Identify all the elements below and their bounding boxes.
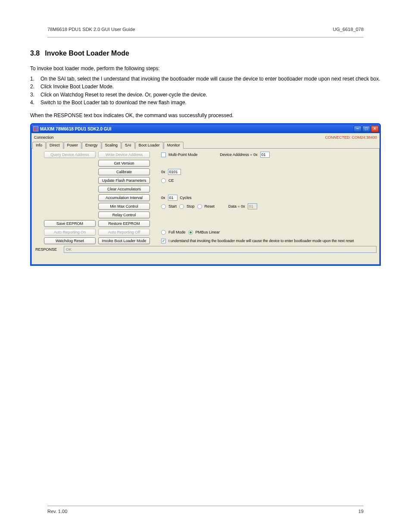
footer-right: 19 xyxy=(358,509,364,514)
pmbus-label: PMBus Linear xyxy=(196,230,220,234)
tab-content: Query Device Address Write Device Addres… xyxy=(31,148,380,264)
ce-label: CE xyxy=(168,178,174,183)
clear-accumulators-button[interactable]: Clear Accumulators xyxy=(98,186,150,193)
close-icon[interactable]: × xyxy=(371,126,379,132)
get-version-button[interactable]: Get Version xyxy=(98,160,150,167)
restore-eeprom-button[interactable]: Restore EEPROM xyxy=(98,220,150,227)
invoke-bootloader-button[interactable]: Invoke Boot Loader Mode xyxy=(98,237,150,244)
app-window: MAXIM 78M6618 PDU1 SDK2.0 GUI – □ × Conn… xyxy=(30,123,381,266)
multipoint-checkbox[interactable] xyxy=(161,152,166,157)
reset-radio[interactable] xyxy=(197,204,202,209)
multipoint-label: Multi-Point Mode xyxy=(168,152,198,157)
reset-label: Reset xyxy=(205,204,215,208)
app-icon xyxy=(33,126,38,131)
connection-status: CONNECTED: COM24:38400 xyxy=(325,135,377,140)
device-address-input[interactable]: 01 xyxy=(260,152,270,158)
section-number: 3.8 xyxy=(30,50,40,57)
tab-scaling[interactable]: Scaling xyxy=(102,142,121,149)
query-device-address-button[interactable]: Query Device Address xyxy=(44,151,96,158)
data-value-input: 01 xyxy=(248,203,257,209)
window-title: MAXIM 78M6618 PDU1 SDK2.0 GUI xyxy=(40,127,354,131)
response-label: RESPONSE xyxy=(35,247,61,252)
outro-paragraph: When the RESPONSE text box indicates OK,… xyxy=(30,112,381,119)
update-flash-button[interactable]: Update Flash Parameters xyxy=(98,177,150,184)
bootloader-ack-label: I understand that invoking the bootloade… xyxy=(168,239,354,243)
relay-control-button[interactable]: Relay Control xyxy=(98,212,150,218)
response-output: OK xyxy=(64,246,377,253)
fullmode-radio[interactable] xyxy=(161,230,166,235)
save-eeprom-button[interactable]: Save EEPROM xyxy=(44,220,96,227)
tab-bootloader[interactable]: Boot Loader xyxy=(135,142,163,149)
footer-left: Rev. 1.00 xyxy=(47,509,67,514)
intro-paragraph: To invoke boot loader mode, perform the … xyxy=(30,65,381,72)
section-title: Invoke Boot Loader Mode xyxy=(45,50,129,57)
start-label: Start xyxy=(168,204,177,208)
accumulation-interval-input[interactable]: 01 xyxy=(168,195,177,201)
header-rule xyxy=(47,37,364,37)
ce-radio[interactable] xyxy=(161,178,166,183)
menu-connection[interactable]: Connection xyxy=(34,135,54,140)
pmbus-radio[interactable] xyxy=(188,230,193,235)
auto-reporting-off-button[interactable]: Auto Reporting Off xyxy=(98,229,150,236)
tabstrip: Info Direct Power Energy Scaling SAI Boo… xyxy=(31,141,380,148)
tab-direct[interactable]: Direct xyxy=(46,142,63,149)
watchdog-reset-button[interactable]: Watchdog Reset xyxy=(44,237,96,244)
list-item: 3.Click on Watchdog Reset to reset the d… xyxy=(30,91,381,98)
step-list: 1.On the SAI tab, select the I understan… xyxy=(30,75,381,106)
hex-prefix-label-2: 0x xyxy=(161,196,165,200)
tab-power[interactable]: Power xyxy=(64,142,82,149)
list-item: 2.Click Invoke Boot Loader Mode. xyxy=(30,83,381,90)
bootloader-ack-checkbox[interactable]: ✓ xyxy=(161,239,166,243)
maximize-icon[interactable]: □ xyxy=(362,126,370,132)
list-item: 4.Switch to the Boot Loader tab to downl… xyxy=(30,99,381,106)
hex-prefix-label: 0x xyxy=(161,170,165,174)
tab-energy[interactable]: Energy xyxy=(82,142,101,149)
calibrate-button[interactable]: Calibrate xyxy=(98,168,150,175)
stop-label: Stop xyxy=(187,204,195,208)
header-left: 78M6618 PDU1 SDK 2.0 GUI User Guide xyxy=(47,27,135,32)
titlebar[interactable]: MAXIM 78M6618 PDU1 SDK2.0 GUI – □ × xyxy=(31,124,380,133)
auto-reporting-on-button[interactable]: Auto Reporting On xyxy=(44,229,96,236)
minimize-icon[interactable]: – xyxy=(354,126,361,132)
list-item: 1.On the SAI tab, select the I understan… xyxy=(30,75,381,82)
footer-rule xyxy=(47,506,364,506)
calibrate-value-input[interactable]: 0101 xyxy=(168,169,181,175)
write-device-address-button[interactable]: Write Device Address xyxy=(98,151,150,158)
stop-radio[interactable] xyxy=(179,204,184,209)
tab-sai[interactable]: SAI xyxy=(121,142,135,149)
fullmode-label: Full Mode xyxy=(168,230,186,234)
cycles-label: Cycles xyxy=(180,196,192,200)
section-heading: 3.8Invoke Boot Loader Mode xyxy=(30,50,381,57)
start-radio[interactable] xyxy=(161,204,166,209)
device-address-label: Device Adddress = 0x xyxy=(220,152,258,157)
tab-info[interactable]: Info xyxy=(32,142,46,149)
minmax-control-button[interactable]: Min Max Control xyxy=(98,203,150,210)
accumulation-interval-button[interactable]: Accumulation Interval xyxy=(98,194,150,201)
tab-monitor[interactable]: Monitor xyxy=(164,142,184,149)
data-label: Data = 0x xyxy=(228,204,245,208)
header-right: UG_6618_078 xyxy=(333,27,364,32)
